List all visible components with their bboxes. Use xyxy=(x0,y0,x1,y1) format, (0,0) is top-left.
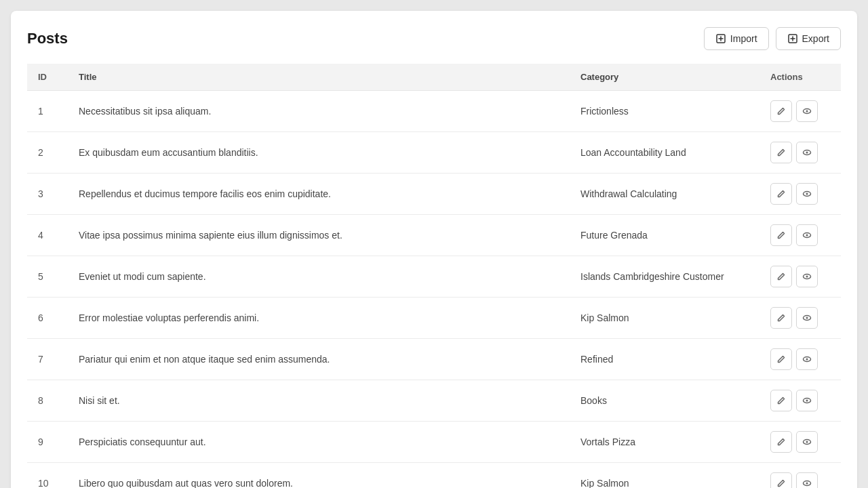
cell-actions xyxy=(760,215,841,256)
edit-button[interactable] xyxy=(770,431,792,453)
cell-id: 2 xyxy=(27,132,68,174)
row-action-buttons xyxy=(770,266,830,287)
cell-actions xyxy=(760,422,841,463)
cell-title: Error molestiae voluptas perferendis ani… xyxy=(68,298,570,339)
view-button[interactable] xyxy=(796,224,818,246)
cell-id: 6 xyxy=(27,298,68,339)
view-button[interactable] xyxy=(796,142,818,163)
page-title: Posts xyxy=(27,30,68,47)
cell-category: Refined xyxy=(570,339,760,380)
view-button[interactable] xyxy=(796,100,818,122)
table-row: 5 Eveniet ut modi cum sapiente. Islands … xyxy=(27,256,841,298)
table-body: 1 Necessitatibus sit ipsa aliquam. Frict… xyxy=(27,91,841,489)
cell-id: 4 xyxy=(27,215,68,256)
svg-point-3 xyxy=(806,110,808,113)
view-button[interactable] xyxy=(796,431,818,453)
eye-icon xyxy=(802,106,812,116)
edit-icon xyxy=(776,313,786,323)
export-icon xyxy=(787,33,798,44)
import-button[interactable]: Import xyxy=(704,27,769,50)
edit-button[interactable] xyxy=(770,348,792,370)
edit-icon xyxy=(776,437,786,447)
header-actions: Import Export xyxy=(704,27,841,50)
cell-category: Future Grenada xyxy=(570,215,760,256)
cell-id: 8 xyxy=(27,380,68,422)
edit-button[interactable] xyxy=(770,183,792,205)
eye-icon xyxy=(802,148,812,157)
view-button[interactable] xyxy=(796,307,818,329)
view-button[interactable] xyxy=(796,472,818,488)
table-row: 3 Repellendus et ducimus tempore facilis… xyxy=(27,174,841,215)
posts-table: ID Title Category Actions 1 Necessitatib… xyxy=(27,64,841,488)
table-row: 8 Nisi sit et. Books xyxy=(27,380,841,422)
edit-button[interactable] xyxy=(770,307,792,329)
svg-point-15 xyxy=(806,359,808,361)
cell-id: 3 xyxy=(27,174,68,215)
edit-icon xyxy=(776,396,786,405)
view-button[interactable] xyxy=(796,348,818,370)
row-action-buttons xyxy=(770,183,830,205)
table-row: 4 Vitae ipsa possimus minima sapiente ei… xyxy=(27,215,841,256)
table-row: 2 Ex quibusdam eum accusantium blanditii… xyxy=(27,132,841,174)
edit-icon xyxy=(776,148,786,157)
eye-icon xyxy=(802,313,812,323)
export-button[interactable]: Export xyxy=(776,27,841,50)
edit-button[interactable] xyxy=(770,472,792,488)
eye-icon xyxy=(802,396,812,405)
table-row: 7 Pariatur qui enim et non atque itaque … xyxy=(27,339,841,380)
svg-point-5 xyxy=(806,152,808,154)
table-header: ID Title Category Actions xyxy=(27,64,841,91)
edit-button[interactable] xyxy=(770,142,792,163)
cell-actions xyxy=(760,380,841,422)
table-row: 10 Libero quo quibusdam aut quas vero su… xyxy=(27,463,841,489)
page-header: Posts Import Export xyxy=(27,27,841,50)
edit-button[interactable] xyxy=(770,390,792,411)
row-action-buttons xyxy=(770,100,830,122)
cell-category: Vortals Pizza xyxy=(570,422,760,463)
table-row: 9 Perspiciatis consequuntur aut. Vortals… xyxy=(27,422,841,463)
svg-point-21 xyxy=(806,483,808,485)
eye-icon xyxy=(802,479,812,488)
row-action-buttons xyxy=(770,390,830,411)
cell-actions xyxy=(760,91,841,132)
eye-icon xyxy=(802,230,812,240)
cell-title: Repellendus et ducimus tempore facilis e… xyxy=(68,174,570,215)
edit-icon xyxy=(776,272,786,281)
edit-button[interactable] xyxy=(770,100,792,122)
cell-title: Libero quo quibusdam aut quas vero sunt … xyxy=(68,463,570,489)
cell-actions xyxy=(760,174,841,215)
edit-icon xyxy=(776,230,786,240)
view-button[interactable] xyxy=(796,266,818,287)
cell-category: Books xyxy=(570,380,760,422)
cell-category: Kip Salmon xyxy=(570,298,760,339)
edit-icon xyxy=(776,479,786,488)
svg-point-7 xyxy=(806,193,808,195)
cell-category: Withdrawal Calculating xyxy=(570,174,760,215)
cell-title: Necessitatibus sit ipsa aliquam. xyxy=(68,91,570,132)
row-action-buttons xyxy=(770,142,830,163)
cell-id: 7 xyxy=(27,339,68,380)
cell-title: Perspiciatis consequuntur aut. xyxy=(68,422,570,463)
view-button[interactable] xyxy=(796,183,818,205)
col-header-actions: Actions xyxy=(760,64,841,91)
edit-button[interactable] xyxy=(770,266,792,287)
cell-id: 1 xyxy=(27,91,68,132)
cell-id: 9 xyxy=(27,422,68,463)
edit-icon xyxy=(776,189,786,199)
row-action-buttons xyxy=(770,307,830,329)
edit-button[interactable] xyxy=(770,224,792,246)
table-header-row: ID Title Category Actions xyxy=(27,64,841,91)
cell-actions xyxy=(760,463,841,489)
cell-title: Eveniet ut modi cum sapiente. xyxy=(68,256,570,298)
cell-actions xyxy=(760,256,841,298)
eye-icon xyxy=(802,437,812,447)
col-header-id: ID xyxy=(27,64,68,91)
row-action-buttons xyxy=(770,348,830,370)
row-action-buttons xyxy=(770,224,830,246)
col-header-title: Title xyxy=(68,64,570,91)
view-button[interactable] xyxy=(796,390,818,411)
edit-icon xyxy=(776,106,786,116)
svg-point-17 xyxy=(806,400,808,402)
main-container: Posts Import Export ID Title xyxy=(11,11,857,488)
col-header-category: Category xyxy=(570,64,760,91)
